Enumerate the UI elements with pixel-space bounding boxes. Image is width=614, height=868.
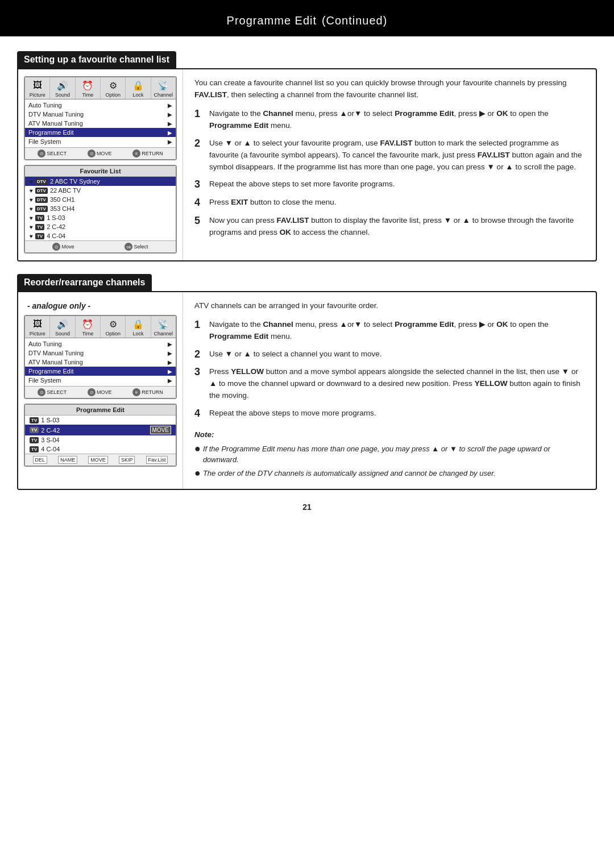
time2-icon: ⏰ xyxy=(81,318,94,330)
channel2-icon: 📡 xyxy=(156,318,170,330)
step1-2: 2 Use ▼ or ▲ to select your favourite pr… xyxy=(194,138,586,173)
fav-row-1: ♥ DTV 2 ABC TV Sydney xyxy=(25,177,176,186)
prog-edit-footer: DEL NAME MOVE SKIP Fav.List xyxy=(25,454,176,466)
step2-number-1: 1 xyxy=(194,319,205,331)
step-text-2: Use ▼ or ▲ to select your favourite prog… xyxy=(209,138,586,173)
step2-number-4: 4 xyxy=(194,408,205,420)
badge-tv-pe2: TV xyxy=(30,427,39,433)
menu2-row-file-system: File System▶ xyxy=(28,376,172,385)
menu-row-atv-manual: ATV Manual Tuning▶ xyxy=(28,119,172,128)
step2-text-4: Repeat the above steps to move more prog… xyxy=(209,408,586,420)
note-title: Note: xyxy=(194,429,586,441)
tv-menu-rows: Auto Tuning▶ DTV Manual Tuning▶ ATV Manu… xyxy=(25,99,176,147)
sound-icon: 🔊 xyxy=(56,80,69,91)
menu-row-programme-edit: Programme Edit▶ xyxy=(25,128,176,137)
step-number-3: 3 xyxy=(194,178,205,191)
icon-label-time: Time xyxy=(77,92,99,98)
fav-list: Favourite List ♥ DTV 2 ABC TV Sydney ♥ D… xyxy=(24,165,177,254)
step1-4: 4 Press EXIT button to close the menu. xyxy=(194,197,586,209)
step1-1: 1 Navigate to the Channel menu, press ▲o… xyxy=(194,108,586,132)
prog-edit-row-3: TV 3 S-04 xyxy=(25,435,176,445)
tv-menu-icons: 🖼 Picture 🔊 Sound ⏰ Time ⚙ xyxy=(25,77,176,99)
prog-edit-label-4: 4 C-04 xyxy=(41,446,60,452)
step2-number-2: 2 xyxy=(194,348,205,361)
menu2-row-auto-tuning: Auto Tuning▶ xyxy=(28,339,172,348)
prog-edit-header: Programme Edit xyxy=(25,405,176,416)
page-title: Programme Edit xyxy=(227,14,317,27)
section1-left-panel: 🖼 Picture 🔊 Sound ⏰ Time ⚙ xyxy=(18,69,183,260)
move-indicator: MOVE xyxy=(150,426,171,434)
pe-footer-favlist: Fav.List xyxy=(146,456,168,464)
fav-move-icon: ⊙ xyxy=(52,243,60,251)
footer-move: ⊙ MOVE xyxy=(88,149,112,157)
section1-tv-menu: 🖼 Picture 🔊 Sound ⏰ Time ⚙ xyxy=(24,76,177,160)
footer-select: ⊙ SELECT xyxy=(38,149,67,157)
step-text-3: Repeat the above steps to set more favor… xyxy=(209,178,586,190)
section2-intro: ATV channels can be arranged in your fav… xyxy=(194,300,586,312)
badge-dtv-2: DTV xyxy=(35,188,48,194)
pe-footer-name: NAME xyxy=(58,456,77,464)
page-header: Programme Edit (Continued) xyxy=(0,0,614,36)
prog-edit-list: Programme Edit TV 1 S-03 TV 2 C-42 MOVE … xyxy=(24,404,177,467)
pe-footer-move: MOVE xyxy=(88,456,108,464)
section1-block: 🖼 Picture 🔊 Sound ⏰ Time ⚙ xyxy=(17,68,597,261)
badge-tv-6: TV xyxy=(35,224,44,230)
badge-tv-pe3: TV xyxy=(30,437,39,443)
pe-footer-del: DEL xyxy=(33,456,48,464)
fav-label-5: 1 S-03 xyxy=(47,214,65,221)
fav-select-icon: ok xyxy=(125,243,132,251)
icon-picture: 🖼 Picture xyxy=(25,77,50,99)
bullet-1: ● xyxy=(194,443,201,454)
badge-tv-pe1: TV xyxy=(30,417,39,423)
icon-label-lock: Lock xyxy=(127,92,149,98)
footer2-move: ⊙ MOVE xyxy=(88,388,112,396)
time-icon: ⏰ xyxy=(81,80,94,91)
fav-label-6: 2 C-42 xyxy=(47,223,65,230)
section2-header-wrap: Reorder/rearrange channels xyxy=(17,274,597,291)
section1-right-panel: You can create a favourite channel list … xyxy=(183,69,596,260)
lock2-icon: 🔒 xyxy=(131,318,145,330)
section1-header-wrap: Setting up a favourite channel list xyxy=(17,51,597,68)
fav-label-1: 2 ABC TV Sydney xyxy=(50,178,100,185)
section1-title: Setting up a favourite channel list xyxy=(17,51,176,68)
icon-channel: 📡 Channel xyxy=(151,77,176,99)
step2-3: 3 Press YELLOW button and a move symbol … xyxy=(194,366,586,402)
menu-row-dtv-manual: DTV Manual Tuning▶ xyxy=(28,110,172,119)
note-text-2: The order of the DTV channels is automat… xyxy=(203,468,496,479)
note-item-2: ● The order of the DTV channels is autom… xyxy=(194,468,586,479)
sound2-icon: 🔊 xyxy=(56,318,69,330)
fav-footer-move: ⊙ Move xyxy=(52,243,74,251)
prog-edit-row-1: TV 1 S-03 xyxy=(25,416,176,425)
channel-icon: 📡 xyxy=(156,80,170,91)
picture2-icon: 🖼 xyxy=(31,318,44,330)
step2-2: 2 Use ▼ or ▲ to select a channel you wan… xyxy=(194,348,586,361)
fav-row-6: ♥ TV 2 C-42 xyxy=(25,222,176,231)
tv-menu-footer-2: ⊙ SELECT ⊙ MOVE ≡ RETURN xyxy=(25,386,176,398)
page-subtitle: (Continued) xyxy=(322,14,388,27)
step1-5: 5 Now you can press FAV.LIST button to d… xyxy=(194,215,586,239)
step2-text-3: Press YELLOW button and a move symbol ap… xyxy=(209,366,586,402)
icon2-lock: 🔒 Lock xyxy=(126,316,151,338)
section2-block: - analogue only - 🖼 Picture 🔊 Sound xyxy=(17,291,597,490)
icon-label-picture: Picture xyxy=(26,92,48,98)
badge-tv-5: TV xyxy=(35,215,44,221)
fav-label-7: 4 C-04 xyxy=(47,232,65,239)
icon2-channel: 📡 Channel xyxy=(151,316,176,338)
icon2-sound: 🔊 Sound xyxy=(50,316,75,338)
fav-list-header: Favourite List xyxy=(25,166,176,177)
icon2-time: ⏰ Time xyxy=(76,316,101,338)
footer2-select: ⊙ SELECT xyxy=(38,388,67,396)
section1-intro: You can create a favourite channel list … xyxy=(194,77,586,101)
heart-icon-1: ♥ xyxy=(30,178,33,185)
icon-lock: 🔒 Lock xyxy=(126,77,151,99)
heart-icon-7: ♥ xyxy=(30,233,33,239)
prog-edit-row-4: TV 4 C-04 xyxy=(25,445,176,454)
menu2-row-atv-manual: ATV Manual Tuning▶ xyxy=(28,358,172,367)
icon-label-sound: Sound xyxy=(51,92,73,98)
section2-left-panel: - analogue only - 🖼 Picture 🔊 Sound xyxy=(18,292,183,489)
heart-icon-4: ♥ xyxy=(30,206,33,212)
footer-return: ≡ RETURN xyxy=(132,149,163,157)
badge-tv-pe4: TV xyxy=(30,446,39,452)
icon-sound: 🔊 Sound xyxy=(50,77,75,99)
fav-label-3: 350 CH1 xyxy=(50,196,74,203)
